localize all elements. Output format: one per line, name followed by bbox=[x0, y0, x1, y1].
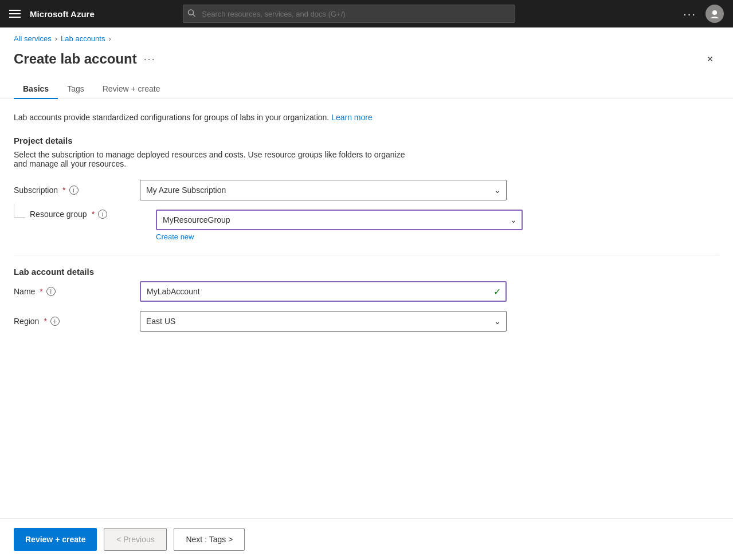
subscription-field-row: Subscription * i My Azure Subscription ⌄ bbox=[14, 180, 719, 200]
next-button[interactable]: Next : Tags > bbox=[174, 528, 245, 551]
subscription-label: Subscription * i bbox=[14, 186, 140, 195]
review-create-button[interactable]: Review + create bbox=[14, 528, 97, 551]
project-fields: Subscription * i My Azure Subscription ⌄ bbox=[14, 180, 719, 241]
lab-account-details-title: Lab account details bbox=[14, 267, 719, 277]
breadcrumb: All services › Lab accounts › bbox=[0, 27, 733, 45]
resource-group-required: * bbox=[92, 210, 95, 219]
app-title: Microsoft Azure bbox=[30, 9, 95, 19]
resource-group-label: Resource group * i bbox=[30, 210, 156, 219]
resource-group-info-icon[interactable]: i bbox=[98, 210, 107, 219]
form-description: Lab accounts provide standardized config… bbox=[14, 113, 415, 122]
name-text-input-wrap: ✓ bbox=[140, 281, 507, 302]
section-divider bbox=[14, 255, 719, 255]
region-select-wrapper: East US ⌄ bbox=[140, 311, 507, 332]
tab-bar: Basics Tags Review + create bbox=[0, 68, 733, 99]
region-field-row: Region * i East US ⌄ bbox=[14, 311, 719, 332]
subscription-select[interactable]: My Azure Subscription bbox=[140, 180, 507, 200]
subscription-info-icon[interactable]: i bbox=[69, 186, 79, 195]
region-required: * bbox=[44, 317, 46, 326]
search-container bbox=[183, 5, 515, 23]
subscription-input-wrap: My Azure Subscription ⌄ bbox=[140, 180, 507, 200]
name-input-wrap: ✓ bbox=[140, 281, 507, 302]
tab-review-create[interactable]: Review + create bbox=[93, 80, 170, 99]
name-label: Name * i bbox=[14, 287, 140, 296]
page-options-button[interactable]: ··· bbox=[144, 53, 156, 65]
page-title-row: Create lab account ··· bbox=[14, 51, 156, 67]
subscription-select-wrapper: My Azure Subscription ⌄ bbox=[140, 180, 507, 200]
search-icon bbox=[187, 9, 195, 19]
tab-basics[interactable]: Basics bbox=[14, 80, 58, 99]
svg-point-2 bbox=[712, 10, 717, 15]
top-navigation: Microsoft Azure ··· bbox=[0, 0, 733, 27]
page-header: Create lab account ··· × bbox=[0, 45, 733, 68]
breadcrumb-separator-2: › bbox=[108, 34, 111, 43]
name-field-row: Name * i ✓ bbox=[14, 281, 719, 302]
search-input[interactable] bbox=[183, 5, 515, 23]
page-title: Create lab account bbox=[14, 51, 137, 67]
previous-button[interactable]: < Previous bbox=[104, 528, 167, 551]
region-select[interactable]: East US bbox=[140, 311, 507, 332]
tab-tags[interactable]: Tags bbox=[58, 80, 93, 99]
svg-line-1 bbox=[193, 14, 195, 17]
subscription-required: * bbox=[62, 186, 65, 195]
resource-group-select[interactable]: MyResourceGroup bbox=[156, 210, 523, 230]
region-input-wrap: East US ⌄ bbox=[140, 311, 507, 332]
topnav-more-options[interactable]: ··· bbox=[683, 7, 696, 21]
main-container: All services › Lab accounts › Create lab… bbox=[0, 27, 733, 560]
form-footer: Review + create < Previous Next : Tags > bbox=[0, 518, 733, 560]
lab-account-fields: Name * i ✓ Region * i bbox=[14, 281, 719, 332]
name-valid-icon: ✓ bbox=[493, 286, 501, 297]
form-area: Lab accounts provide standardized config… bbox=[0, 99, 733, 518]
topnav-right-actions: ··· bbox=[683, 5, 724, 23]
create-new-resource-group-link[interactable]: Create new bbox=[156, 232, 194, 241]
project-details-description: Select the subscription to manage deploy… bbox=[14, 150, 415, 168]
name-info-icon[interactable]: i bbox=[46, 287, 56, 296]
hamburger-menu[interactable] bbox=[9, 10, 21, 18]
breadcrumb-all-services[interactable]: All services bbox=[14, 34, 52, 43]
learn-more-link[interactable]: Learn more bbox=[331, 113, 373, 122]
resource-group-field-row: Resource group * i MyResourceGroup ⌄ Cre… bbox=[14, 210, 719, 241]
close-button[interactable]: × bbox=[701, 50, 719, 68]
project-details-title: Project details bbox=[14, 136, 719, 145]
region-label: Region * i bbox=[14, 317, 140, 326]
user-avatar[interactable] bbox=[705, 5, 724, 23]
region-info-icon[interactable]: i bbox=[50, 317, 60, 326]
name-required: * bbox=[40, 287, 42, 296]
resource-group-select-wrapper: MyResourceGroup ⌄ bbox=[156, 210, 523, 230]
name-input[interactable] bbox=[140, 281, 507, 302]
breadcrumb-lab-accounts[interactable]: Lab accounts bbox=[61, 34, 105, 43]
resource-group-input-wrap: MyResourceGroup ⌄ Create new bbox=[156, 210, 523, 241]
resource-group-connector bbox=[14, 204, 25, 218]
breadcrumb-separator-1: › bbox=[55, 34, 57, 43]
